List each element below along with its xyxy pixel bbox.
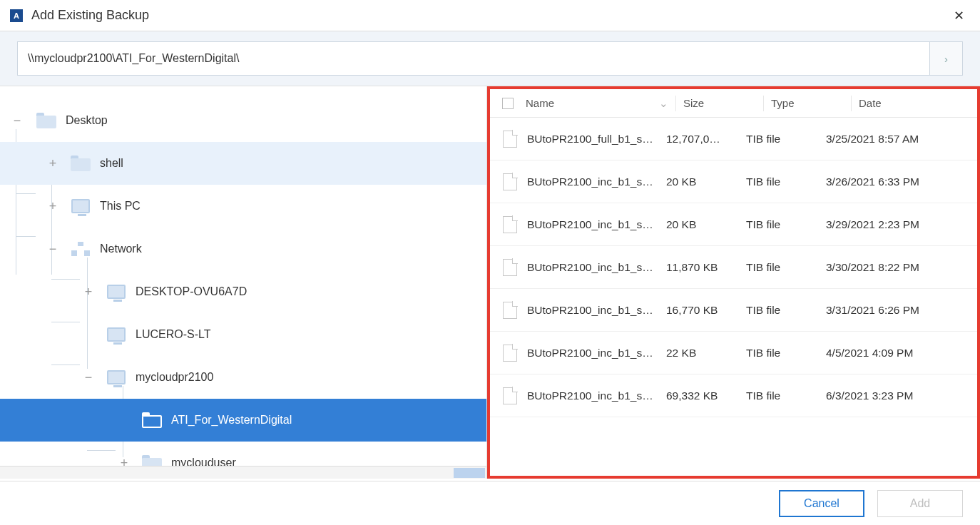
column-divider <box>763 96 764 111</box>
tree-pane: − Desktop + shell + This PC <box>0 86 487 479</box>
select-all-checkbox[interactable] <box>502 98 514 109</box>
files-list: BUtoPR2100_full_b1_s…12,707,0…TIB file3/… <box>490 118 977 417</box>
column-divider <box>851 96 852 111</box>
file-row[interactable]: BUtoPR2100_full_b1_s…12,707,0…TIB file3/… <box>490 118 977 160</box>
computer-icon <box>106 369 127 386</box>
scrollbar-thumb[interactable] <box>454 468 485 478</box>
dialog-footer: Cancel Add <box>0 481 980 525</box>
content-area: − Desktop + shell + This PC <box>0 86 980 479</box>
file-date: 6/3/2021 3:23 PM <box>826 389 977 402</box>
folder-icon <box>36 112 57 129</box>
sort-indicator-icon: ⌄ <box>659 97 668 110</box>
dialog-title: Add Existing Backup <box>31 8 149 23</box>
file-icon <box>503 173 517 190</box>
file-size: 22 KB <box>666 347 746 360</box>
file-date: 3/31/2021 6:26 PM <box>826 304 977 317</box>
tree-label: shell <box>100 157 123 170</box>
file-size: 69,332 KB <box>666 389 746 402</box>
file-type: TIB file <box>746 304 826 317</box>
tree-item-desktop-ovu[interactable]: + DESKTOP-OVU6A7D <box>0 270 486 313</box>
file-size: 11,870 KB <box>666 261 746 274</box>
tree-label: This PC <box>100 200 141 213</box>
cancel-button[interactable]: Cancel <box>779 490 864 517</box>
file-icon <box>503 387 517 404</box>
folder-tree: − Desktop + shell + This PC <box>0 86 486 479</box>
tree-item-ati[interactable]: ATI_For_WesternDigital <box>0 399 486 442</box>
file-icon <box>503 216 517 233</box>
expand-icon[interactable]: + <box>47 199 58 214</box>
file-name: BUtoPR2100_inc_b1_s… <box>527 175 666 188</box>
column-name-label: Name <box>526 97 554 109</box>
collapse-icon[interactable]: − <box>11 113 23 128</box>
file-row[interactable]: BUtoPR2100_inc_b1_s…20 KBTIB file3/26/20… <box>490 160 977 203</box>
tree-label: ATI_For_WesternDigital <box>171 414 292 427</box>
file-row[interactable]: BUtoPR2100_inc_b1_s…69,332 KBTIB file6/3… <box>490 374 977 417</box>
app-icon: A <box>10 9 23 22</box>
add-button[interactable]: Add <box>877 490 963 517</box>
close-button[interactable]: ✕ <box>948 5 970 26</box>
tree-label: LUCERO-S-LT <box>136 328 211 341</box>
column-name[interactable]: Name ⌄ <box>526 97 675 110</box>
network-icon <box>70 240 91 258</box>
tree-label: DESKTOP-OVU6A7D <box>136 285 247 298</box>
title-bar: A Add Existing Backup ✕ <box>0 0 980 31</box>
file-icon <box>503 302 517 319</box>
file-date: 3/29/2021 2:23 PM <box>826 218 977 231</box>
file-icon <box>503 345 517 362</box>
file-row[interactable]: BUtoPR2100_inc_b1_s…22 KBTIB file4/5/202… <box>490 332 977 374</box>
file-size: 16,770 KB <box>666 304 746 317</box>
file-row[interactable]: BUtoPR2100_inc_b1_s…20 KBTIB file3/29/20… <box>490 203 977 246</box>
column-divider <box>675 96 676 111</box>
tree-label: mycloudpr2100 <box>136 371 213 384</box>
chevron-right-icon: › <box>944 53 948 65</box>
tree-item-mycloud[interactable]: − mycloudpr2100 <box>0 356 486 399</box>
horizontal-scrollbar[interactable] <box>0 466 486 479</box>
folder-icon <box>70 155 91 172</box>
file-name: BUtoPR2100_inc_b1_s… <box>527 218 666 231</box>
file-date: 3/26/2021 6:33 PM <box>826 175 977 188</box>
tree-item-network[interactable]: − Network <box>0 228 486 270</box>
files-header: Name ⌄ Size Type Date <box>490 89 977 118</box>
expand-icon[interactable]: + <box>83 285 94 300</box>
tree-label: Desktop <box>66 114 108 127</box>
file-name: BUtoPR2100_inc_b1_s… <box>527 347 666 360</box>
computer-icon <box>106 326 127 343</box>
file-icon <box>503 259 517 276</box>
tree-item-this-pc[interactable]: + This PC <box>0 185 486 228</box>
go-button[interactable]: › <box>929 42 962 75</box>
file-row[interactable]: BUtoPR2100_inc_b1_s…16,770 KBTIB file3/3… <box>490 289 977 332</box>
file-icon <box>503 131 517 148</box>
file-type: TIB file <box>746 347 826 360</box>
file-type: TIB file <box>746 389 826 402</box>
file-name: BUtoPR2100_inc_b1_s… <box>527 304 666 317</box>
tree-label: Network <box>100 243 142 255</box>
column-type[interactable]: Type <box>771 97 851 109</box>
path-input[interactable] <box>18 42 929 75</box>
file-row[interactable]: BUtoPR2100_inc_b1_s…11,870 KBTIB file3/3… <box>490 246 977 289</box>
files-pane: Name ⌄ Size Type Date BUtoPR2100_full_b1… <box>487 86 980 479</box>
column-checkbox[interactable] <box>490 98 526 109</box>
tree-item-lucero[interactable]: LUCERO-S-LT <box>0 313 486 356</box>
tree-item-shell[interactable]: + shell <box>0 142 486 185</box>
path-bar: › <box>17 41 963 76</box>
path-bar-container: › <box>0 31 980 86</box>
file-size: 20 KB <box>666 175 746 188</box>
computer-icon <box>106 283 127 300</box>
collapse-icon[interactable]: − <box>83 370 94 385</box>
collapse-icon[interactable]: − <box>47 242 58 257</box>
column-size[interactable]: Size <box>683 97 763 109</box>
tree-item-desktop[interactable]: − Desktop <box>0 99 486 142</box>
file-name: BUtoPR2100_inc_b1_s… <box>527 261 666 274</box>
file-name: BUtoPR2100_full_b1_s… <box>527 133 666 146</box>
file-type: TIB file <box>746 133 826 146</box>
file-size: 20 KB <box>666 218 746 231</box>
column-date[interactable]: Date <box>859 97 977 109</box>
file-date: 3/30/2021 8:22 PM <box>826 261 977 274</box>
file-type: TIB file <box>746 175 826 188</box>
file-date: 3/25/2021 8:57 AM <box>826 133 977 146</box>
file-type: TIB file <box>746 218 826 231</box>
computer-icon <box>70 198 91 215</box>
file-type: TIB file <box>746 261 826 274</box>
expand-icon[interactable]: + <box>47 156 58 171</box>
file-size: 12,707,0… <box>666 133 746 146</box>
